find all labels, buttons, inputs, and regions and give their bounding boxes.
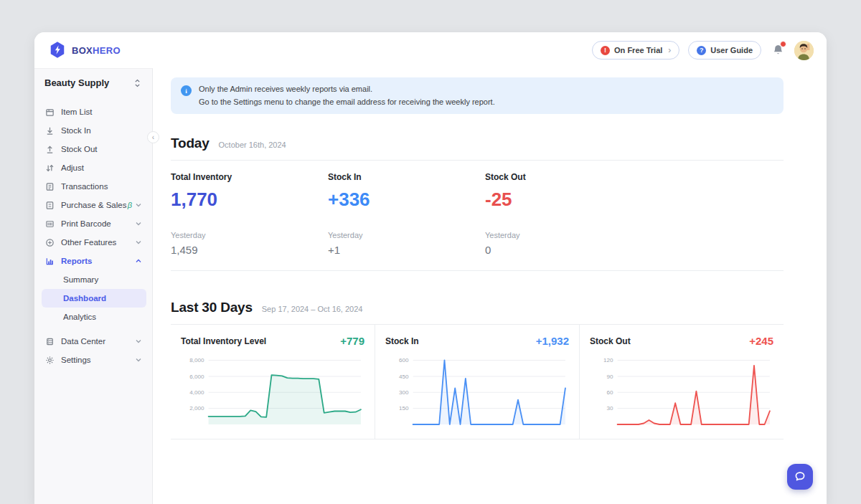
last30-section-title: Last 30 Days [171, 300, 253, 315]
sort-arrows-icon [134, 79, 141, 87]
workspace-selector[interactable]: Beauty Supply [34, 77, 152, 88]
stat-stock-out: Stock Out -25 Yesterday 0 [485, 172, 642, 256]
divider [171, 270, 784, 271]
stock-in-yesterday: +1 [328, 244, 485, 256]
app-window: BOXHERO ! On Free Trial › ? User Guide [34, 32, 827, 504]
chevron-down-icon [135, 201, 142, 209]
stock-in-area-chart: 150300450600 [385, 350, 569, 432]
gear-icon [44, 355, 55, 365]
banner-line-1: Only the Admin receives weekly reports v… [199, 83, 495, 96]
svg-text:2,000: 2,000 [189, 406, 204, 412]
user-avatar[interactable] [794, 41, 814, 60]
chat-bubble-icon [794, 470, 806, 483]
total-inventory-area-chart: 2,0004,0006,0008,000 [181, 350, 364, 432]
svg-text:90: 90 [606, 374, 613, 380]
stock-out-change-value: +245 [749, 335, 773, 347]
sidebar-item-dashboard[interactable]: Dashboard [42, 289, 146, 308]
support-chat-button[interactable] [787, 464, 813, 490]
total-inventory-yesterday: 1,459 [171, 244, 328, 256]
top-bar: BOXHERO ! On Free Trial › ? User Guide [34, 32, 827, 68]
receipt-icon [44, 181, 55, 191]
sidebar-item-item-list[interactable]: Item List [42, 103, 146, 121]
total-inventory-value: 1,770 [171, 189, 328, 211]
chevron-down-icon [135, 356, 142, 363]
weekly-report-banner: i Only the Admin receives weekly reports… [171, 77, 784, 114]
stat-total-inventory: Total Inventory 1,770 Yesterday 1,459 [171, 172, 328, 256]
sidebar-collapse-button[interactable]: ‹ [147, 131, 159, 143]
svg-text:60: 60 [606, 389, 613, 396]
last30-date-range: Sep 17, 2024 – Oct 16, 2024 [262, 305, 363, 313]
chart-stock-in: Stock In +1,932 150300450600 [375, 325, 579, 439]
svg-text:30: 30 [606, 406, 613, 412]
stock-out-yesterday: 0 [485, 244, 642, 256]
chart-stock-out: Stock Out +245 306090120 [579, 325, 784, 439]
alert-icon: ! [601, 46, 610, 55]
database-icon [44, 336, 55, 346]
arrow-down-to-line-icon [44, 125, 55, 135]
svg-text:300: 300 [399, 389, 409, 396]
chart-total-inventory-level: Total Inventory Level +779 2,0004,0006,0… [171, 325, 375, 439]
question-icon: ? [697, 46, 706, 55]
last30-charts-row: Total Inventory Level +779 2,0004,0006,0… [171, 324, 784, 439]
sidebar-item-analytics[interactable]: Analytics [42, 308, 146, 326]
svg-text:4,000: 4,000 [189, 389, 204, 396]
sidebar-item-summary[interactable]: Summary [42, 270, 146, 289]
today-stats: Total Inventory 1,770 Yesterday 1,459 St… [171, 161, 784, 270]
today-section-title: Today [171, 135, 210, 151]
banner-line-2: Go to the Settings menu to change the em… [199, 96, 495, 109]
sidebar-item-other-features[interactable]: Other Features [42, 233, 146, 252]
boxhero-logo: BOXHERO [49, 41, 121, 60]
plus-circle-icon [44, 237, 55, 247]
free-trial-button[interactable]: ! On Free Trial › [592, 41, 679, 60]
chevron-up-icon [135, 257, 142, 265]
info-icon: i [181, 85, 192, 96]
svg-text:120: 120 [603, 358, 613, 364]
svg-text:150: 150 [399, 406, 409, 412]
sidebar-item-print-barcode[interactable]: Print Barcode [42, 214, 146, 233]
svg-text:6,000: 6,000 [189, 374, 204, 380]
arrow-up-from-line-icon [44, 144, 55, 154]
inventory-change-value: +779 [340, 335, 364, 347]
swap-arrows-icon [44, 163, 55, 173]
stat-stock-in: Stock In +336 Yesterday +1 [328, 172, 485, 256]
document-icon [44, 200, 55, 210]
sidebar-item-data-center[interactable]: Data Center [42, 332, 146, 351]
logo-wordmark: BOXHERO [72, 45, 121, 56]
chevron-right-icon: › [668, 46, 671, 54]
sidebar-item-purchase-sales[interactable]: Purchase & Sales β [42, 196, 146, 214]
today-date: October 16th, 2024 [219, 141, 286, 149]
sidebar-item-stock-out[interactable]: Stock Out [42, 140, 146, 158]
user-guide-button[interactable]: ? User Guide [688, 41, 761, 60]
workspace-name: Beauty Supply [44, 77, 109, 88]
svg-text:8,000: 8,000 [189, 358, 204, 364]
sidebar-item-transactions[interactable]: Transactions [42, 177, 146, 196]
sidebar-item-stock-in[interactable]: Stock In [42, 121, 146, 140]
beta-badge: β [128, 201, 132, 209]
notification-badge [780, 41, 786, 47]
notifications-button[interactable] [770, 42, 786, 58]
chevron-down-icon [135, 338, 142, 345]
chevron-down-icon [135, 220, 142, 227]
sidebar-item-adjust[interactable]: Adjust [42, 158, 146, 177]
stock-in-change-value: +1,932 [536, 335, 569, 347]
stock-in-value: +336 [328, 189, 485, 211]
svg-text:600: 600 [399, 358, 409, 364]
bar-chart-icon [44, 256, 55, 266]
box-icon [44, 107, 55, 117]
barcode-icon [44, 219, 55, 229]
sidebar-item-settings[interactable]: Settings [42, 351, 146, 369]
stock-out-value: -25 [485, 189, 642, 211]
sidebar-item-reports[interactable]: Reports [42, 252, 146, 270]
svg-text:450: 450 [399, 374, 409, 380]
boxhero-hexagon-icon [49, 41, 66, 60]
sidebar: Beauty Supply Item List Stock In Stock O… [34, 68, 153, 504]
chevron-down-icon [135, 239, 142, 246]
dashboard-main: i Only the Admin receives weekly reports… [153, 68, 827, 504]
stock-out-area-chart: 306090120 [590, 350, 773, 432]
